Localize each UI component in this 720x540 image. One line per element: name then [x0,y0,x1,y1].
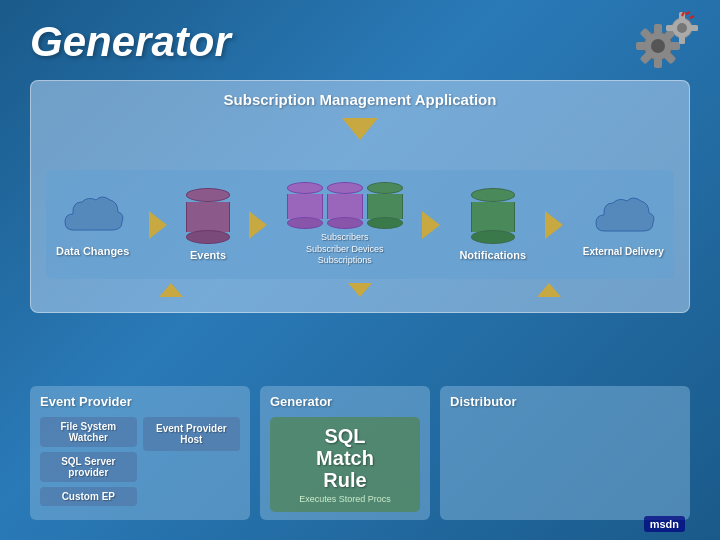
file-system-watcher: File System Watcher [40,417,137,447]
generator-title: Generator [270,394,420,409]
distributor-title: Distributor [450,394,680,409]
subscriber-cylinder-3 [367,182,403,229]
svg-rect-3 [654,58,662,68]
subscribers-section: Subscribers Subscriber Devices Subscript… [287,182,403,267]
subscribers-cylinders [287,182,403,229]
event-provider-box: Event Provider File System Watcher SQL S… [30,386,250,520]
distributor-box: Distributor [440,386,690,520]
arrow-right-3 [422,211,440,239]
arrow-down-1 [348,283,372,297]
event-provider-inner: File System Watcher SQL Server provider … [40,417,240,506]
subscriber-cylinder-1 [287,182,323,229]
arrow-up-1 [159,283,183,297]
notifications-label: Notifications [459,249,526,261]
sql-match-rule: SQL Match Rule [278,425,412,491]
svg-rect-2 [654,24,662,34]
external-delivery-cloud-icon [591,193,656,241]
page-title: Generator [30,18,231,66]
notifications-section: Notifications [459,188,526,261]
subscribers-label: Subscribers Subscriber Devices Subscript… [306,232,384,267]
svg-point-11 [677,23,687,33]
data-changes-cloud-icon [60,192,125,240]
subscription-box: Subscription Management Application Data… [30,80,690,313]
svg-point-1 [651,39,665,53]
custom-ep: Custom EP [40,487,137,506]
svg-rect-14 [690,25,698,31]
arrow-right-1 [149,211,167,239]
external-delivery-label: External Delivery [583,246,664,257]
arrow-right-4 [545,211,563,239]
bottom-section: Event Provider File System Watcher SQL S… [30,386,690,520]
event-provider-host: Event Provider Host [143,417,240,451]
arrow-up-2 [537,283,561,297]
generator-box: Generator SQL Match Rule Executes Stored… [260,386,430,520]
inner-row: Data Changes Events [46,170,674,279]
events-section: Events [186,188,230,261]
bottom-arrows [46,283,674,297]
event-provider-title: Event Provider [40,394,240,409]
arrow-right-2 [249,211,267,239]
subscriber-cylinder-2 [327,182,363,229]
ep-left-items: File System Watcher SQL Server provider … [40,417,137,506]
data-changes-label: Data Changes [56,245,129,257]
svg-rect-5 [636,42,646,50]
svg-rect-4 [670,42,680,50]
svg-rect-13 [679,36,685,44]
svg-line-17 [686,12,690,14]
subscription-box-title: Subscription Management Application [46,91,674,108]
gear-icon [620,8,700,78]
generator-inner: SQL Match Rule Executes Stored Procs [270,417,420,512]
events-label: Events [190,249,226,261]
down-arrow-top [46,118,674,140]
svg-rect-15 [666,25,674,31]
external-delivery-section: External Delivery [583,193,664,257]
sql-server-provider: SQL Server provider [40,452,137,482]
msdn-badge: msdn [644,516,685,532]
svg-line-18 [690,16,694,18]
executes-stored-procs: Executes Stored Procs [278,494,412,504]
data-changes-section: Data Changes [56,192,129,257]
